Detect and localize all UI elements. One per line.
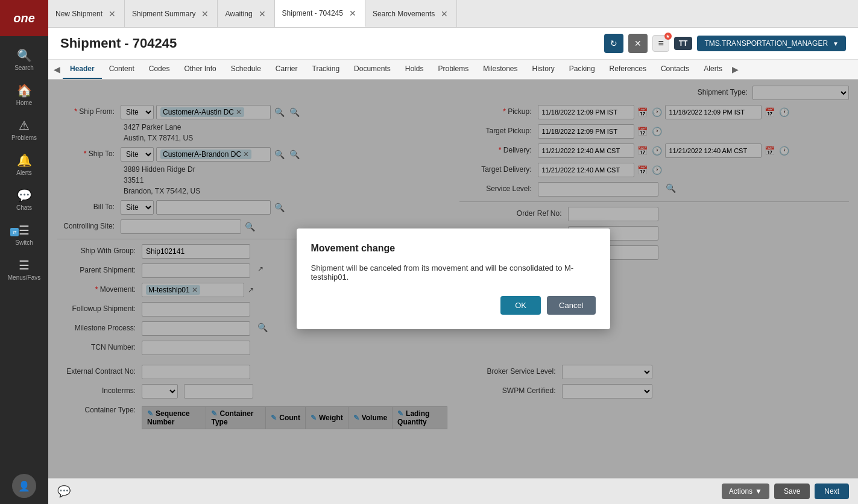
switch-overlay: ⇄ bbox=[10, 228, 19, 236]
modal-ok-button[interactable]: OK bbox=[500, 296, 541, 315]
modal-title: Movement change bbox=[311, 243, 596, 254]
user-role-label: TMS.TRANSPORTATION_MANAGER bbox=[704, 39, 828, 48]
sidebar-label-home: Home bbox=[16, 99, 33, 106]
actions-button[interactable]: Actions ▼ bbox=[722, 484, 769, 499]
sidebar-label-menus: Menus/Favs bbox=[8, 274, 40, 281]
tab-label-shipment-704245: Shipment - 704245 bbox=[282, 9, 343, 17]
problems-icon: ⚠ bbox=[19, 118, 30, 133]
tab-close-shipment-704245[interactable]: ✕ bbox=[348, 8, 358, 18]
sub-tab-history[interactable]: History bbox=[525, 60, 562, 79]
user-avatar[interactable]: 👤 bbox=[12, 474, 36, 498]
tab-label-awaiting: Awaiting bbox=[225, 10, 252, 18]
modal-cancel-button[interactable]: Cancel bbox=[547, 296, 595, 315]
alerts-icon: 🔔 bbox=[17, 153, 32, 168]
star-overlay: ≡ ★ bbox=[652, 35, 669, 52]
sub-tab-packing[interactable]: Packing bbox=[562, 60, 602, 79]
sub-tab-bar: ◀ Header Content Codes Other Info Schedu… bbox=[48, 60, 858, 80]
header-actions: ↻ ✕ ≡ ★ TT TMS.TRANSPORTATION_MANAGER ▼ bbox=[604, 34, 846, 53]
sub-tab-milestones[interactable]: Milestones bbox=[476, 60, 525, 79]
chats-icon: 💬 bbox=[17, 188, 32, 203]
modal-overlay: Movement change Shipment will be cancele… bbox=[48, 80, 858, 478]
app-logo[interactable]: one bbox=[0, 0, 48, 36]
tab-shipment-704245[interactable]: Shipment - 704245 ✕ bbox=[275, 0, 365, 27]
sub-tab-prev-arrow[interactable]: ◀ bbox=[51, 63, 63, 75]
close-button[interactable]: ✕ bbox=[628, 34, 648, 53]
bottom-left: 💬 bbox=[57, 485, 717, 498]
sidebar-label-chats: Chats bbox=[16, 204, 32, 211]
tab-label-shipment-summary: Shipment Summary bbox=[132, 10, 195, 18]
tab-label-search-movements: Search Movements bbox=[373, 10, 435, 18]
chevron-down-icon: ▼ bbox=[833, 40, 839, 47]
home-icon: 🏠 bbox=[17, 83, 32, 98]
sidebar-label-alerts: Alerts bbox=[16, 169, 32, 176]
refresh-button[interactable]: ↻ bbox=[604, 34, 623, 53]
sidebar-label-switch: Switch bbox=[15, 239, 33, 246]
sub-tab-problems[interactable]: Problems bbox=[431, 60, 476, 79]
switch-icon: ☰ ⇄ bbox=[19, 223, 30, 238]
tab-close-new-shipment[interactable]: ✕ bbox=[107, 9, 117, 19]
sidebar-item-alerts[interactable]: 🔔 Alerts bbox=[0, 147, 48, 182]
chat-button[interactable]: 💬 bbox=[57, 485, 71, 498]
sidebar-bottom: 👤 bbox=[12, 474, 36, 498]
tab-label-new-shipment: New Shipment bbox=[55, 10, 103, 18]
modal-message: Shipment will be canceled from its movem… bbox=[311, 263, 596, 282]
modal-footer: OK Cancel bbox=[311, 296, 596, 315]
tab-new-shipment[interactable]: New Shipment ✕ bbox=[48, 0, 125, 27]
sidebar-item-home[interactable]: 🏠 Home bbox=[0, 77, 48, 112]
movement-change-modal: Movement change Shipment will be cancele… bbox=[297, 228, 610, 329]
user-initials-badge: TT bbox=[674, 37, 693, 50]
sub-tab-contacts[interactable]: Contacts bbox=[654, 60, 696, 79]
tab-shipment-summary[interactable]: Shipment Summary ✕ bbox=[125, 0, 218, 27]
menus-icon: ☰ bbox=[19, 258, 30, 272]
sub-tab-references[interactable]: References bbox=[602, 60, 654, 79]
main-area: New Shipment ✕ Shipment Summary ✕ Awaiti… bbox=[48, 0, 858, 504]
logo-text: one bbox=[13, 11, 35, 25]
bottom-toolbar: 💬 Actions ▼ Save Next bbox=[48, 478, 858, 504]
sub-tab-carrier[interactable]: Carrier bbox=[268, 60, 305, 79]
tab-awaiting[interactable]: Awaiting ✕ bbox=[218, 0, 274, 27]
sidebar-item-search[interactable]: 🔍 Search bbox=[0, 42, 48, 77]
tab-close-awaiting[interactable]: ✕ bbox=[257, 9, 267, 19]
sub-tab-alerts[interactable]: Alerts bbox=[696, 60, 730, 79]
sidebar-label-search: Search bbox=[14, 65, 34, 71]
actions-chevron-icon: ▼ bbox=[755, 487, 762, 496]
sub-tab-next-arrow[interactable]: ▶ bbox=[730, 63, 741, 75]
sub-tab-content[interactable]: Content bbox=[102, 60, 142, 79]
sidebar-label-problems: Problems bbox=[11, 134, 37, 141]
sub-tab-other-info[interactable]: Other Info bbox=[177, 60, 223, 79]
sub-tab-documents[interactable]: Documents bbox=[347, 60, 398, 79]
tab-bar: New Shipment ✕ Shipment Summary ✕ Awaiti… bbox=[48, 0, 858, 28]
sub-tab-codes[interactable]: Codes bbox=[142, 60, 177, 79]
tab-close-search-movements[interactable]: ✕ bbox=[440, 9, 449, 19]
sidebar-item-menus[interactable]: ☰ Menus/Favs bbox=[0, 252, 48, 287]
sub-tab-header[interactable]: Header bbox=[63, 60, 102, 79]
star-badge: ★ bbox=[664, 33, 672, 40]
actions-label: Actions bbox=[729, 487, 752, 496]
tab-search-movements[interactable]: Search Movements ✕ bbox=[365, 0, 457, 27]
sub-tab-holds[interactable]: Holds bbox=[398, 60, 431, 79]
search-icon: 🔍 bbox=[17, 48, 32, 63]
sub-tab-tracking[interactable]: Tracking bbox=[305, 60, 347, 79]
tab-close-shipment-summary[interactable]: ✕ bbox=[200, 9, 210, 19]
next-button[interactable]: Next bbox=[815, 484, 849, 499]
page-header: Shipment - 704245 ↻ ✕ ≡ ★ TT TMS.TRANSPO… bbox=[48, 28, 858, 60]
sub-tab-schedule[interactable]: Schedule bbox=[224, 60, 268, 79]
save-button[interactable]: Save bbox=[774, 484, 810, 499]
sidebar: one 🔍 Search 🏠 Home ⚠ Problems 🔔 Alerts … bbox=[0, 0, 48, 504]
form-content: Shipment Type: Ship From: Site bbox=[48, 80, 858, 478]
page-title: Shipment - 704245 bbox=[60, 36, 604, 51]
sidebar-item-problems[interactable]: ⚠ Problems bbox=[0, 112, 48, 147]
user-role-dropdown[interactable]: TMS.TRANSPORTATION_MANAGER ▼ bbox=[697, 36, 846, 51]
sidebar-item-chats[interactable]: 💬 Chats bbox=[0, 182, 48, 217]
sidebar-item-switch[interactable]: ☰ ⇄ Switch bbox=[0, 217, 48, 252]
